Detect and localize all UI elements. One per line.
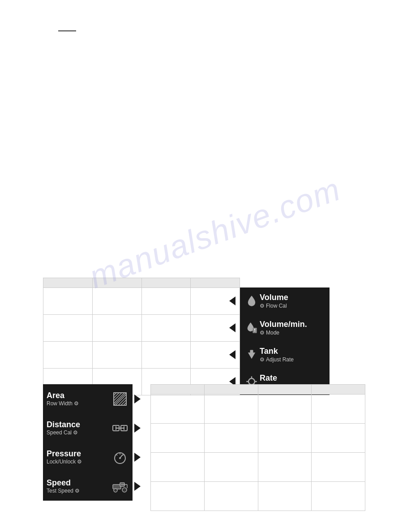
distance-icon [111,422,129,434]
gear-icon: ⚙ [75,488,80,494]
bottom-cell [258,395,312,424]
pressure-text-area: Pressure Lock/Unlock ⚙ [47,449,111,465]
top-cell [141,342,191,369]
volume-label[interactable]: Volume ⚙ Flow Cal [240,287,330,314]
volume-min-sub-text: ⚙ Mode [260,330,307,336]
svg-line-15 [114,393,119,398]
bottom-cell [151,453,205,482]
bottom-cell [258,424,312,453]
volume-text-area: Volume ⚙ Flow Cal [260,293,288,309]
bottom-table [150,384,365,511]
top-cell [43,342,93,369]
bottom-table-header-3 [258,385,312,395]
top-line [58,30,76,31]
table-row [151,395,365,424]
bottom-cell [204,453,258,482]
bottom-cell [151,482,205,511]
pressure-main-text: Pressure [47,449,111,459]
table-row [43,342,240,369]
bottom-section: Area Row Width ⚙ [43,384,365,511]
pressure-gauge-icon [111,450,129,464]
speed-label[interactable]: Speed Test Speed ⚙ [43,472,133,501]
table-row [43,288,240,315]
pressure-arrow [134,453,141,462]
top-cell [92,288,141,315]
speed-arrow [134,482,141,491]
gear-icon: ⚙ [77,459,82,465]
area-arrow [134,395,141,403]
tank-main-text: Tank [260,347,294,356]
bottom-cell [204,482,258,511]
bottom-cell [151,395,205,424]
top-labels: Volume ⚙ Flow Cal Volume/min. [240,287,330,395]
bottom-table-header-2 [204,385,258,395]
bottom-cell [258,482,312,511]
bottom-cell [151,424,205,453]
tank-label[interactable]: Tank ⚙ Adjust Rate [240,341,330,368]
watermark-text: manualshive.com [85,171,346,296]
table-row [151,482,365,511]
top-table-header-3 [141,278,191,288]
speed-sub-text: Test Speed ⚙ [47,488,111,494]
table-row [151,453,365,482]
speed-text-area: Speed Test Speed ⚙ [47,478,111,494]
volume-min-text-area: Volume/min. ⚙ Mode [260,320,307,336]
bottom-cell [312,424,365,453]
svg-line-21 [121,400,126,405]
gear-icon: ⚙ [74,400,79,407]
gear-icon: ⚙ [260,330,265,336]
tank-sub-text: ⚙ Adjust Rate [260,356,294,363]
area-hatch-icon [111,392,129,406]
distance-label[interactable]: Distance Speed Cal ⚙ [43,413,133,442]
gear-icon: ⚙ [260,303,265,309]
bottom-cell [258,453,312,482]
gear-icon: ⚙ [260,356,265,363]
bottom-cell [204,424,258,453]
area-main-text: Area [47,391,111,401]
bottom-cell [312,482,365,511]
volume-min-label[interactable]: Volume/min. ⚙ Mode [240,314,330,341]
gear-icon: ⚙ [73,429,78,436]
top-table-header-2 [92,278,141,288]
distance-main-text: Distance [47,420,111,430]
pressure-label[interactable]: Pressure Lock/Unlock ⚙ [43,442,133,472]
speed-main-text: Speed [47,478,111,488]
tractor-icon [111,480,129,493]
top-cell [141,288,191,315]
bottom-cell [204,395,258,424]
bottom-table-header-4 [312,385,365,395]
svg-line-31 [116,455,117,455]
volume-main-text: Volume [260,293,288,303]
svg-rect-0 [253,328,257,333]
droplet-timer-icon [244,322,260,334]
volume-sub-text: ⚙ Flow Cal [260,303,288,309]
top-cell [92,342,141,369]
tank-arrow [229,350,235,359]
pressure-sub-text: Lock/Unlock ⚙ [47,459,111,465]
svg-point-36 [122,488,127,492]
top-cell [43,315,93,342]
table-row [151,424,365,453]
area-sub-text: Row Width ⚙ [47,400,111,407]
bottom-labels: Area Row Width ⚙ [43,384,133,501]
distance-text-area: Distance Speed Cal ⚙ [47,420,111,436]
bottom-cell [312,395,365,424]
area-label[interactable]: Area Row Width ⚙ [43,384,133,413]
top-table-header-4 [191,278,240,288]
tank-text-area: Tank ⚙ Adjust Rate [260,347,294,363]
top-table-header-1 [43,278,93,288]
volume-arrow [229,296,235,305]
top-cell [92,315,141,342]
droplet-icon [244,295,260,307]
top-table [43,278,240,395]
volume-min-arrow [229,323,235,332]
top-section: Volume ⚙ Flow Cal Volume/min. [43,278,240,395]
svg-rect-4 [250,350,253,353]
tank-down-icon [244,348,260,361]
area-text-area: Area Row Width ⚙ [47,391,111,407]
bottom-table-header-1 [151,385,205,395]
rate-main-text: Rate [260,373,294,383]
volume-min-main-text: Volume/min. [260,320,307,330]
svg-point-30 [119,457,121,459]
svg-point-5 [248,378,255,385]
